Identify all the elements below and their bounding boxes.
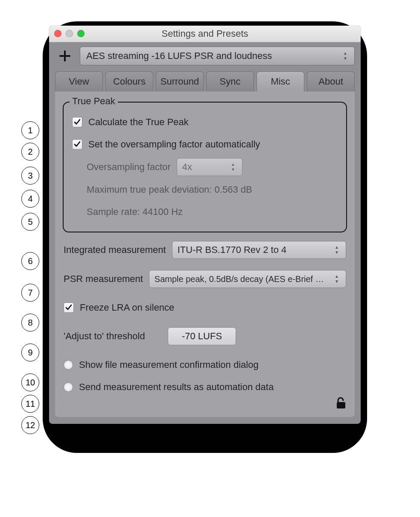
annotation-1: 1 bbox=[21, 121, 39, 139]
minimize-icon[interactable] bbox=[66, 30, 73, 37]
chevron-updown-icon: ▲▼ bbox=[331, 270, 342, 288]
max-truepeak-deviation-label: Maximum true peak deviation: 0.563 dB bbox=[87, 184, 252, 195]
annotation-2: 2 bbox=[21, 143, 39, 161]
tab-misc[interactable]: Misc bbox=[257, 71, 304, 91]
calc-truepeak-checkbox[interactable] bbox=[72, 117, 82, 127]
sample-rate-label: Sample rate: 44100 Hz bbox=[87, 206, 183, 217]
chevron-updown-icon: ▲▼ bbox=[331, 241, 342, 258]
adjust-threshold-input[interactable]: -70 LUFS bbox=[168, 327, 236, 345]
titlebar: Settings and Presets bbox=[49, 26, 361, 42]
show-confirmation-dialog-radio[interactable] bbox=[64, 360, 73, 370]
annotation-5: 5 bbox=[21, 213, 39, 231]
annotation-6: 6 bbox=[21, 252, 39, 270]
show-confirmation-dialog-label: Show file measurement confirmation dialo… bbox=[79, 359, 259, 370]
calc-truepeak-label: Calculate the True Peak bbox=[88, 117, 189, 128]
freeze-lra-label: Freeze LRA on silence bbox=[80, 302, 174, 313]
window-title: Settings and Presets bbox=[161, 28, 248, 39]
annotation-10: 10 bbox=[21, 373, 39, 391]
integrated-measurement-label: Integrated measurement bbox=[64, 244, 166, 256]
tab-colours[interactable]: Colours bbox=[105, 71, 153, 91]
annotation-8: 8 bbox=[21, 314, 39, 332]
adjust-threshold-label: 'Adjust to' threshold bbox=[64, 331, 162, 342]
auto-oversampling-label: Set the oversampling factor automaticall… bbox=[88, 139, 260, 150]
group-legend-truepeak: True Peak bbox=[70, 96, 118, 107]
tab-view[interactable]: View bbox=[55, 71, 103, 91]
annotation-4: 4 bbox=[21, 190, 39, 208]
auto-oversampling-checkbox[interactable] bbox=[72, 139, 82, 150]
psr-measurement-label: PSR measurement bbox=[64, 273, 143, 285]
settings-window: Settings and Presets AES streaming -16 L… bbox=[49, 26, 361, 424]
annotation-11: 11 bbox=[21, 395, 39, 413]
tab-surround[interactable]: Surround bbox=[156, 71, 204, 91]
true-peak-group: True Peak Calculate the True Peak Set th… bbox=[63, 102, 347, 232]
tab-about[interactable]: About bbox=[307, 71, 355, 91]
add-preset-button[interactable] bbox=[56, 47, 74, 65]
close-icon[interactable] bbox=[54, 30, 61, 37]
send-automation-label: Send measurement results as automation d… bbox=[79, 382, 274, 393]
preset-select-label: AES streaming -16 LUFS PSR and loudness bbox=[86, 50, 272, 62]
psr-measurement-select[interactable]: Sample peak, 0.5dB/s decay (AES e-Brief … bbox=[149, 270, 346, 288]
svg-rect-0 bbox=[337, 402, 345, 408]
lock-icon[interactable] bbox=[335, 397, 347, 412]
misc-panel: True Peak Calculate the True Peak Set th… bbox=[55, 91, 355, 417]
annotation-3: 3 bbox=[21, 167, 39, 185]
preset-select[interactable]: AES streaming -16 LUFS PSR and loudness … bbox=[80, 47, 355, 65]
chevron-updown-icon: ▲▼ bbox=[228, 159, 239, 176]
oversampling-factor-label: Oversampling factor bbox=[87, 162, 171, 173]
freeze-lra-checkbox[interactable] bbox=[64, 303, 74, 313]
send-automation-radio[interactable] bbox=[64, 382, 73, 392]
zoom-icon[interactable] bbox=[77, 30, 85, 37]
annotation-9: 9 bbox=[21, 344, 39, 361]
chevron-updown-icon: ▲▼ bbox=[340, 47, 351, 65]
tab-sync[interactable]: Sync bbox=[206, 71, 254, 91]
annotation-7: 7 bbox=[21, 284, 39, 302]
integrated-measurement-select[interactable]: ITU-R BS.1770 Rev 2 to 4 ▲▼ bbox=[172, 241, 346, 259]
annotation-12: 12 bbox=[21, 416, 39, 434]
oversampling-factor-select[interactable]: 4x ▲▼ bbox=[177, 158, 242, 176]
tabs: View Colours Surround Sync Misc About bbox=[49, 71, 361, 91]
